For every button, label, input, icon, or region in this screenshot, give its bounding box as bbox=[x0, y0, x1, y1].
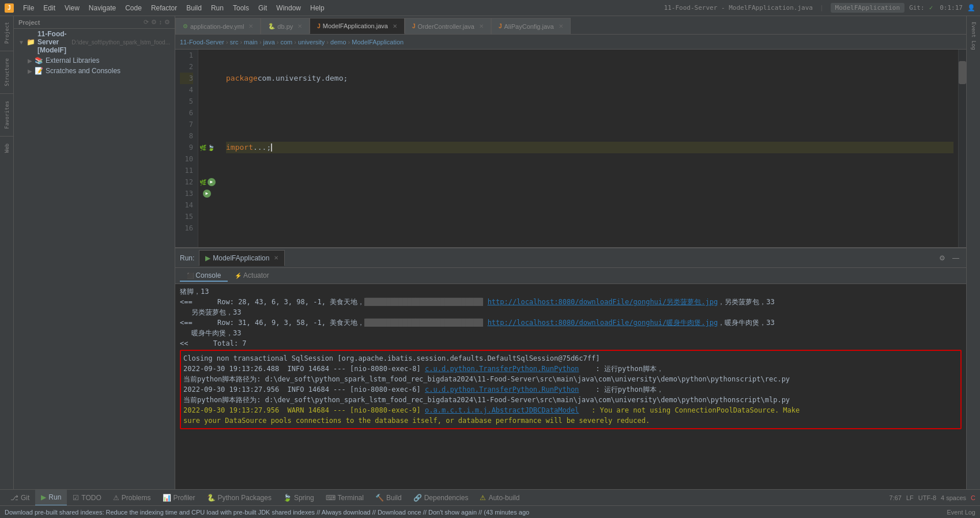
menu-window[interactable]: Window bbox=[272, 3, 306, 13]
breadcrumb-src[interactable]: src bbox=[230, 39, 239, 46]
menu-code[interactable]: Code bbox=[120, 3, 146, 13]
gutter-7 bbox=[198, 119, 221, 130]
status-tab-problems[interactable]: ⚠ Problems bbox=[107, 490, 157, 506]
tab-close-application-dev[interactable]: ✕ bbox=[248, 23, 253, 29]
status-tab-todo[interactable]: ☑ TODO bbox=[67, 490, 107, 506]
tab-application-dev[interactable]: ⚙ application-dev.yml ✕ bbox=[175, 18, 261, 34]
panel-settings-icon[interactable]: ⚙ bbox=[937, 253, 948, 263]
breadcrumb-com[interactable]: com bbox=[280, 39, 292, 46]
menu-file[interactable]: File bbox=[18, 3, 39, 13]
breadcrumb-demo[interactable]: demo bbox=[330, 39, 346, 46]
run-icon-12[interactable]: ▶ bbox=[208, 178, 216, 186]
line-num-2: 2 bbox=[180, 61, 193, 73]
sidebar-item-scratches[interactable]: ▶ 📝 Scratches and Consoles bbox=[14, 66, 175, 76]
console-tab-console[interactable]: ⬛ Console bbox=[180, 270, 228, 282]
status-tab-git[interactable]: ⎇ Git bbox=[5, 490, 35, 506]
info-event-log: Event Log bbox=[947, 509, 975, 516]
tab-close-modelapp[interactable]: ✕ bbox=[393, 23, 397, 29]
structure-icon[interactable]: Structure bbox=[1, 55, 13, 90]
status-indent[interactable]: 4 spaces bbox=[941, 494, 966, 501]
git-label: Git: bbox=[909, 4, 925, 12]
menu-view[interactable]: View bbox=[60, 3, 84, 13]
menu-help[interactable]: Help bbox=[306, 3, 329, 13]
tab-alipaycfg-java[interactable]: J AliPayConfig.java ✕ bbox=[491, 18, 571, 34]
breadcrumb-server[interactable]: 11-Food-Server bbox=[180, 39, 224, 46]
code-line-2 bbox=[226, 107, 953, 119]
status-tab-auto-build[interactable]: ⚠ Auto-build bbox=[474, 490, 525, 506]
sidebar-item-external-libs[interactable]: ▶ 📚 External Libraries bbox=[14, 55, 175, 66]
menu-navigate[interactable]: Navigate bbox=[84, 3, 120, 13]
event-log-icon[interactable]: Event Log bbox=[968, 18, 979, 54]
status-profiler-label: Profiler bbox=[174, 494, 195, 502]
tab-modelapp-java[interactable]: J ModelFApplication.java ✕ bbox=[310, 18, 405, 34]
panel-minimize-icon[interactable]: — bbox=[950, 253, 962, 263]
breadcrumb-university[interactable]: university bbox=[298, 39, 325, 46]
status-tab-terminal[interactable]: ⌨ Terminal bbox=[320, 490, 370, 506]
status-tab-python-packages[interactable]: 🐍 Python Packages bbox=[201, 490, 277, 506]
console-line-other1: 另类菠萝包，33 bbox=[180, 307, 962, 317]
link-transfer2[interactable]: c.u.d.python.TransferPython.RunPython bbox=[425, 385, 579, 394]
status-lf[interactable]: LF bbox=[906, 494, 914, 501]
project-folder-label: 11-Food-Server [ModelF] bbox=[37, 30, 69, 54]
tab-bar: ⚙ application-dev.yml ✕ 🐍 db.py ✕ J Mode… bbox=[175, 16, 966, 35]
web-icon[interactable]: Web bbox=[1, 140, 13, 156]
line-num-10: 10 bbox=[180, 153, 193, 165]
gutter-2 bbox=[198, 61, 221, 73]
sidebar-gear-icon[interactable]: ⚙ bbox=[151, 18, 157, 26]
menu-edit[interactable]: Edit bbox=[39, 3, 60, 13]
breadcrumb-main[interactable]: main bbox=[244, 39, 258, 46]
link-abstractjdbc[interactable]: o.a.m.c.t.i.m.j.AbstractJDBCDataModel bbox=[425, 406, 579, 414]
profiler-icon: 📊 bbox=[163, 494, 171, 502]
status-tab-build[interactable]: 🔨 Build bbox=[370, 490, 408, 506]
breadcrumb-modelapp[interactable]: ModelFApplication bbox=[352, 39, 404, 46]
link-gonghui1[interactable]: http://localhost:8080/downloadFile/gongh… bbox=[488, 298, 718, 306]
sidebar-gear2-icon[interactable]: ⚙ bbox=[164, 18, 170, 26]
tab-close-db-py[interactable]: ✕ bbox=[297, 23, 302, 29]
breadcrumb-java[interactable]: java bbox=[263, 39, 275, 46]
status-encoding[interactable]: UTF-8 bbox=[918, 494, 936, 501]
menu-git[interactable]: Git bbox=[254, 3, 272, 13]
sidebar-sync-icon[interactable]: ⟳ bbox=[144, 18, 149, 26]
status-bar: ⎇ Git ▶ Run ☑ TODO ⚠ Problems 📊 Profiler… bbox=[0, 489, 980, 505]
project-icon[interactable]: Project bbox=[1, 18, 13, 47]
tab-db-py[interactable]: 🐍 db.py ✕ bbox=[261, 18, 310, 34]
console-tab-actuator[interactable]: ⚡ Actuator bbox=[228, 270, 276, 282]
content-area: ⚙ application-dev.yml ✕ 🐍 db.py ✕ J Mode… bbox=[175, 16, 966, 489]
status-tab-profiler[interactable]: 📊 Profiler bbox=[157, 490, 201, 506]
menu-bar-right: 11-Food-Server - ModelFApplication.java … bbox=[664, 3, 975, 13]
editor-scrollbar[interactable] bbox=[958, 50, 966, 247]
problems-icon: ⚠ bbox=[113, 494, 119, 502]
status-tab-run[interactable]: ▶ Run bbox=[35, 490, 67, 506]
sidebar-item-project[interactable]: ▼ 📁 11-Food-Server [ModelF] D:\dev_soft\… bbox=[14, 29, 175, 55]
tab-close-alipaycfg[interactable]: ✕ bbox=[559, 23, 563, 29]
run-icon-13[interactable]: ▶ bbox=[203, 190, 211, 198]
tab-orderctrl-java[interactable]: J OrderController.java ✕ bbox=[405, 18, 491, 34]
link-transfer1[interactable]: c.u.d.python.TransferPython.RunPython bbox=[425, 365, 579, 373]
menu-refactor[interactable]: Refactor bbox=[146, 3, 182, 13]
gutter-4 bbox=[198, 84, 221, 96]
link-gonghui2[interactable]: http://localhost:8080/downloadFile/gongh… bbox=[488, 319, 718, 327]
bottom-panel: Run: ▶ ModelFApplication ✕ ⚙ — ⬛ Console bbox=[175, 247, 966, 489]
run-app-tab[interactable]: ▶ ModelFApplication ✕ bbox=[199, 250, 285, 266]
favorites-icon[interactable]: Favorites bbox=[1, 97, 13, 133]
run-tab-close-icon[interactable]: ✕ bbox=[274, 255, 278, 261]
console-output[interactable]: 猪脚，13 <== Row: 28, 43, 6, 3, 98, -1, 美食天… bbox=[175, 284, 966, 489]
code-line-3: import ...; bbox=[226, 142, 953, 153]
status-tab-dependencies[interactable]: 🔗 Dependencies bbox=[408, 490, 474, 506]
code-line-1: package com.university.demo; bbox=[226, 73, 953, 84]
terminal-icon: ⌨ bbox=[326, 494, 336, 502]
status-tab-spring[interactable]: 🍃 Spring bbox=[277, 490, 320, 506]
scrollbar-thumb[interactable] bbox=[959, 61, 966, 84]
menu-build[interactable]: Build bbox=[182, 3, 206, 13]
menu-tools[interactable]: Tools bbox=[228, 3, 254, 13]
code-content[interactable]: package com.university.demo; import ...;… bbox=[221, 50, 958, 247]
spring-icon-9: 🍃 bbox=[208, 145, 214, 151]
library-icon: 📚 bbox=[35, 56, 43, 65]
sidebar-expand-icon[interactable]: ↕ bbox=[159, 18, 163, 26]
tab-close-orderctrl[interactable]: ✕ bbox=[479, 23, 484, 29]
menu-run[interactable]: Run bbox=[206, 3, 228, 13]
status-run-label: Run bbox=[48, 493, 61, 501]
line-num-12: 12 bbox=[180, 176, 193, 188]
status-position[interactable]: 7:67 bbox=[889, 494, 902, 501]
status-spring-label: Spring bbox=[294, 494, 314, 502]
